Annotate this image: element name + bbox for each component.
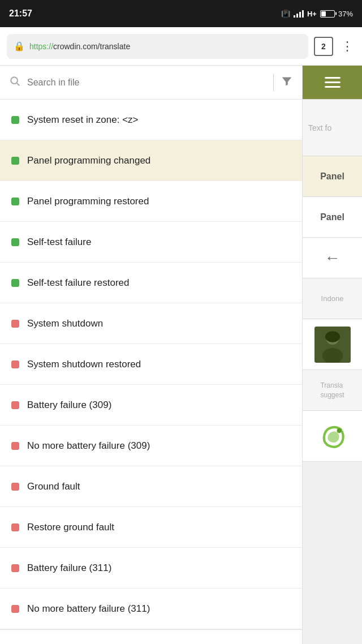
right-panel: Text fo Panel Panel ← Indone: [302, 66, 362, 644]
translation-item[interactable]: Battery failure (309): [0, 385, 302, 426]
language-section: Indone: [303, 278, 362, 319]
item-text: Battery failure (311): [27, 563, 111, 574]
hamburger-line-3: [325, 86, 341, 88]
status-bar: 21:57 📳 H+ 37%: [0, 0, 362, 27]
item-text: Panel programming changed: [27, 155, 150, 166]
hamburger-menu-section[interactable]: [303, 66, 362, 100]
url-box[interactable]: 🔒 https://crowdin.com/translate: [7, 34, 308, 59]
item-text: System shutdown: [27, 318, 103, 329]
battery-percent: 37%: [338, 10, 353, 18]
svg-point-0: [11, 77, 18, 84]
crowdin-logo-icon: [318, 422, 347, 450]
svg-point-5: [325, 331, 340, 342]
item-text: Self-test failure restored: [27, 277, 129, 289]
item-text: Restore ground fault: [27, 522, 114, 533]
panel-label-1-section: Panel: [303, 156, 362, 197]
url-text: https://crowdin.com/translate: [29, 42, 130, 51]
translation-item[interactable]: Self-test failure: [0, 222, 302, 263]
translation-item[interactable]: Battery failure (311): [0, 548, 302, 589]
panel-label-1: Panel: [320, 171, 344, 182]
vibrate-icon: 📳: [281, 10, 290, 18]
translation-item[interactable]: System reset in zone: <z>: [0, 100, 302, 140]
item-text: Battery failure (309): [27, 400, 111, 411]
avatar: [314, 327, 351, 363]
status-dot: [11, 605, 19, 613]
item-text: Panel programming restored: [27, 196, 149, 207]
item-text: No more battery failure (309): [27, 440, 150, 452]
signal-icon: [294, 10, 304, 18]
translation-item[interactable]: Panel programming changed: [0, 140, 302, 181]
filter-icon[interactable]: [281, 75, 293, 90]
hamburger-line-1: [325, 77, 341, 79]
svg-line-1: [17, 83, 20, 86]
more-menu-button[interactable]: ⋮: [339, 39, 355, 54]
item-text: System shutdown restored: [27, 359, 141, 370]
avatar-section: [303, 319, 362, 370]
status-dot: [11, 198, 19, 205]
time-display: 21:57: [9, 8, 32, 19]
translation-suggest-label: Translasuggest: [320, 381, 344, 400]
svg-point-7: [337, 428, 341, 432]
status-dot: [11, 279, 19, 287]
translation-suggest-section: Translasuggest: [303, 370, 362, 411]
status-indicators: 📳 H+ 37%: [281, 10, 353, 18]
translation-item[interactable]: Panel programming restored: [0, 181, 302, 222]
search-input[interactable]: [27, 78, 266, 88]
pagination-bar: Page 2 of 7 ← →: [0, 629, 302, 644]
browser-bar: 🔒 https://crowdin.com/translate 2 ⋮: [0, 27, 362, 66]
status-dot: [11, 564, 19, 572]
network-type: H+: [307, 10, 317, 18]
item-text: No more battery failure (311): [27, 603, 150, 615]
text-fo-section: Text fo: [303, 100, 362, 156]
status-dot: [11, 401, 19, 409]
status-dot: [11, 238, 19, 246]
search-bar: [0, 66, 302, 100]
translation-items-list: System reset in zone: <z>Panel programmi…: [0, 100, 302, 629]
hamburger-line-2: [325, 81, 341, 83]
panel-label-2: Panel: [320, 212, 344, 222]
translation-item[interactable]: No more battery failure (311): [0, 589, 302, 629]
page-navigation: ← →: [245, 641, 288, 645]
status-dot: [11, 523, 19, 531]
status-dot: [11, 116, 19, 124]
translation-item[interactable]: System shutdown: [0, 303, 302, 344]
translation-item[interactable]: Self-test failure restored: [0, 263, 302, 303]
hamburger-icon[interactable]: [325, 77, 341, 88]
status-dot: [11, 483, 19, 491]
status-dot: [11, 157, 19, 165]
text-fo-label: Text fo: [308, 123, 331, 132]
translation-item[interactable]: System shutdown restored: [0, 344, 302, 385]
search-divider: [273, 74, 274, 91]
lock-icon: 🔒: [14, 41, 25, 51]
language-label: Indone: [321, 294, 344, 303]
battery-icon: [320, 10, 335, 18]
status-dot: [11, 320, 19, 328]
panel-label-2-section: Panel: [303, 197, 362, 238]
crowdin-logo-section: [303, 411, 362, 462]
left-panel: System reset in zone: <z>Panel programmi…: [0, 66, 302, 644]
next-page-button[interactable]: →: [276, 641, 288, 645]
item-text: Self-test failure: [27, 237, 91, 248]
item-text: Ground fault: [27, 481, 80, 492]
status-dot: [11, 442, 19, 450]
status-dot: [11, 360, 19, 368]
item-text: System reset in zone: <z>: [27, 114, 139, 126]
search-icon: [9, 75, 20, 89]
translation-item[interactable]: Ground fault: [0, 466, 302, 507]
back-arrow-icon[interactable]: ←: [325, 249, 341, 267]
translation-item[interactable]: Restore ground fault: [0, 507, 302, 548]
back-arrow-section[interactable]: ←: [303, 238, 362, 278]
translation-item[interactable]: No more battery failure (309): [0, 426, 302, 466]
tab-count[interactable]: 2: [314, 37, 333, 56]
main-container: System reset in zone: <z>Panel programmi…: [0, 66, 362, 644]
prev-page-button[interactable]: ←: [245, 641, 258, 645]
